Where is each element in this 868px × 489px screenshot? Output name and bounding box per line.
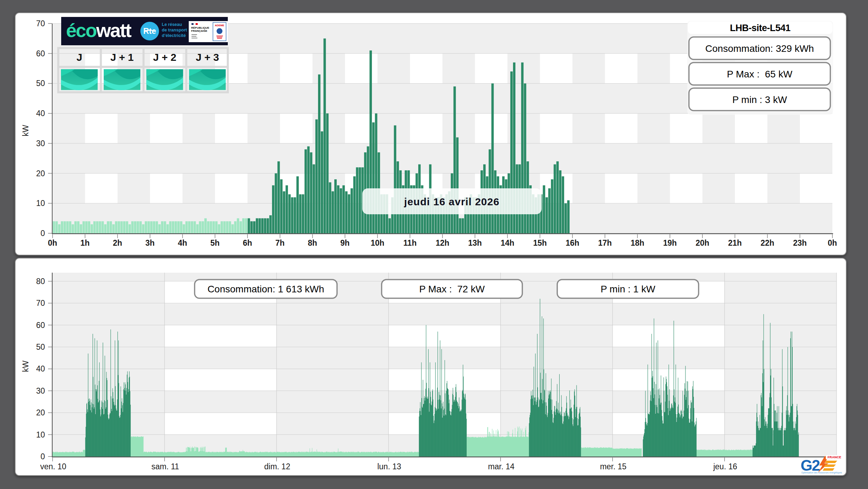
svg-text:kW: kW <box>21 360 30 372</box>
svg-text:J + 2: J + 2 <box>153 51 177 63</box>
svg-text:5h: 5h <box>211 238 220 247</box>
svg-text:18h: 18h <box>631 238 644 247</box>
svg-text:Le réseau: Le réseau <box>162 22 182 27</box>
svg-text:20h: 20h <box>696 238 709 247</box>
svg-text:40: 40 <box>36 364 45 373</box>
svg-text:ADEME: ADEME <box>215 24 224 27</box>
svg-text:J + 1: J + 1 <box>110 51 134 63</box>
svg-text:17h: 17h <box>598 238 612 247</box>
svg-text:dim. 12: dim. 12 <box>264 462 290 471</box>
svg-text:30: 30 <box>36 139 45 148</box>
svg-text:FRANÇAISE: FRANÇAISE <box>191 29 207 32</box>
svg-text:6h: 6h <box>243 238 252 247</box>
svg-text:3h: 3h <box>146 238 155 247</box>
svg-text:P min : 1 kW: P min : 1 kW <box>600 284 655 294</box>
svg-text:sam. 11: sam. 11 <box>151 462 179 471</box>
svg-text:Consommation: 329 kWh: Consommation: 329 kWh <box>705 43 814 54</box>
svg-text:mar. 14: mar. 14 <box>488 462 515 471</box>
svg-text:0h: 0h <box>48 238 57 247</box>
svg-text:15h: 15h <box>533 238 547 247</box>
svg-text:J + 3: J + 3 <box>196 51 219 63</box>
svg-text:19h: 19h <box>663 238 677 247</box>
svg-text:50: 50 <box>36 79 45 88</box>
svg-text:0h: 0h <box>828 238 837 247</box>
svg-text:4h: 4h <box>178 238 187 247</box>
svg-text:1h: 1h <box>81 238 90 247</box>
svg-text:40: 40 <box>36 109 45 118</box>
svg-text:23h: 23h <box>793 238 807 247</box>
svg-text:21h: 21h <box>728 238 742 247</box>
svg-text:50: 50 <box>36 342 45 351</box>
svg-text:9h: 9h <box>340 238 350 247</box>
svg-text:80: 80 <box>36 277 45 286</box>
svg-text:70: 70 <box>36 299 45 308</box>
svg-text:2h: 2h <box>113 238 122 247</box>
svg-text:LHB-site-L541: LHB-site-L541 <box>730 23 791 33</box>
svg-text:70: 70 <box>36 19 45 28</box>
svg-text:jeu. 16: jeu. 16 <box>713 462 737 471</box>
svg-text:14h: 14h <box>501 238 514 247</box>
svg-text:d’électricité: d’électricité <box>162 33 186 38</box>
svg-text:0: 0 <box>40 229 45 238</box>
svg-text:P min : 3 kW: P min : 3 kW <box>732 94 787 105</box>
svg-text:10h: 10h <box>371 238 384 247</box>
svg-text:kW: kW <box>21 125 30 137</box>
svg-text:mer. 15: mer. 15 <box>600 462 627 471</box>
svg-text:16h: 16h <box>566 238 579 247</box>
svg-text:P Max : 65 kW: P Max : 65 kW <box>727 69 793 79</box>
svg-text:lun. 13: lun. 13 <box>377 462 401 471</box>
svg-text:P Max : 72 kW: P Max : 72 kW <box>419 284 485 294</box>
svg-text:10: 10 <box>36 199 45 208</box>
svg-text:ven. 10: ven. 10 <box>40 462 66 471</box>
svg-text:jeudi 16 avril 2026: jeudi 16 avril 2026 <box>404 196 500 207</box>
svg-text:Rte: Rte <box>143 27 156 36</box>
svg-text:7h: 7h <box>276 238 285 247</box>
svg-text:écowatt: écowatt <box>66 20 131 41</box>
svg-text:10: 10 <box>36 430 45 439</box>
svg-text:RÉPUBLIQUE: RÉPUBLIQUE <box>191 26 209 29</box>
svg-text:20: 20 <box>36 169 45 178</box>
svg-text:Optimisation des ressources én: Optimisation des ressources énergétiques <box>801 471 842 474</box>
svg-text:60: 60 <box>36 321 45 330</box>
svg-text:30: 30 <box>36 386 45 395</box>
svg-text:60: 60 <box>36 49 45 58</box>
svg-text:8h: 8h <box>308 238 317 247</box>
svg-text:Consommation: 1 613 kWh: Consommation: 1 613 kWh <box>207 284 324 294</box>
svg-text:22h: 22h <box>760 238 774 247</box>
svg-text:20: 20 <box>36 408 45 417</box>
svg-text:0: 0 <box>40 452 45 461</box>
svg-text:13h: 13h <box>468 238 482 247</box>
svg-text:J: J <box>76 51 82 63</box>
svg-text:FRANCE: FRANCE <box>828 455 841 459</box>
svg-text:11h: 11h <box>403 238 417 247</box>
svg-text:12h: 12h <box>436 238 449 247</box>
svg-text:de transport: de transport <box>162 28 187 32</box>
